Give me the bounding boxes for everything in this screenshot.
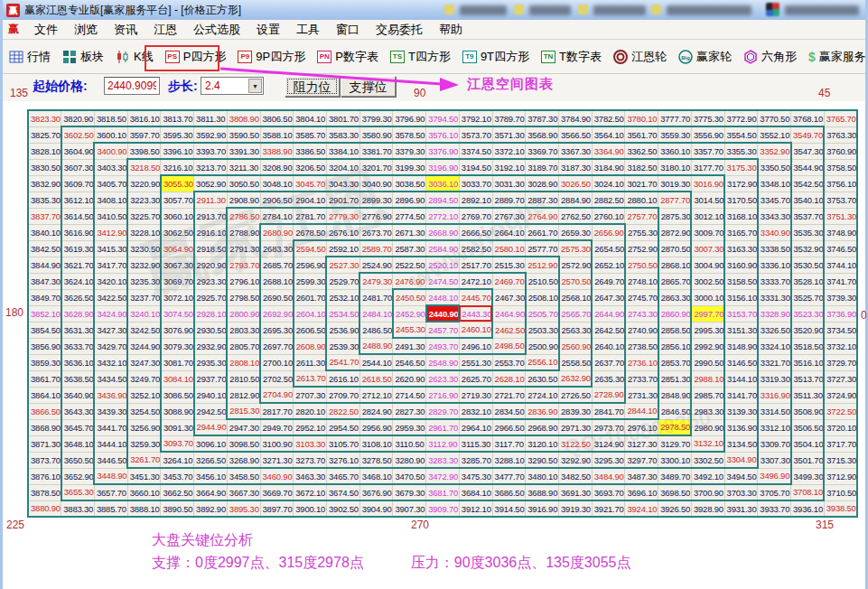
grid-cell[interactable]: 3136.90 xyxy=(724,419,758,435)
grid-cell[interactable]: 2685.70 xyxy=(260,257,294,273)
grid-cell[interactable]: 2803.30 xyxy=(227,322,260,338)
grid-cell[interactable]: 3014.50 xyxy=(691,192,724,208)
grid-cell[interactable]: 2661.70 xyxy=(526,224,559,240)
grid-cell[interactable]: 2988.10 xyxy=(691,370,724,387)
grid-cell[interactable]: 3710.50 xyxy=(824,484,857,500)
grid-cell[interactable]: 2810.50 xyxy=(227,370,260,387)
grid-cell[interactable]: 2796.10 xyxy=(227,273,260,289)
grid-cell[interactable]: 2827.30 xyxy=(393,403,426,419)
grid-cell[interactable]: 3259.30 xyxy=(127,435,161,452)
grid-cell[interactable]: 3043.30 xyxy=(326,175,359,192)
grid-cell[interactable]: 2992.90 xyxy=(691,338,724,354)
grid-cell[interactable]: 3602.50 xyxy=(61,126,95,143)
grid-cell[interactable]: 3372.10 xyxy=(492,143,526,159)
grid-cell[interactable]: 2990.50 xyxy=(691,354,724,370)
grid-cell[interactable]: 3568.90 xyxy=(526,126,559,143)
grid-cell[interactable]: 3081.70 xyxy=(161,354,194,370)
grid-cell[interactable]: 3261.70 xyxy=(127,452,161,468)
menu-item-3[interactable]: 资讯 xyxy=(106,21,145,38)
grid-cell[interactable]: 2692.90 xyxy=(260,305,294,322)
grid-cell[interactable]: 3172.90 xyxy=(724,175,758,192)
menu-item-1[interactable]: 文件 xyxy=(26,21,66,38)
grid-cell[interactable]: 3381.70 xyxy=(359,143,393,159)
grid-cell[interactable]: 3907.30 xyxy=(393,500,426,517)
grid-cell[interactable]: 3542.50 xyxy=(791,175,825,192)
grid-cell[interactable]: 3213.70 xyxy=(194,159,228,175)
grid-cell[interactable]: 3578.50 xyxy=(393,126,426,143)
grid-cell[interactable]: 2512.90 xyxy=(526,257,559,273)
tool-P数字表[interactable]: PNP数字表 xyxy=(317,49,378,65)
grid-cell[interactable]: 3434.50 xyxy=(94,370,127,387)
grid-cell[interactable]: 3098.50 xyxy=(227,435,260,452)
grid-cell[interactable]: 3909.70 xyxy=(426,500,460,517)
grid-cell[interactable]: 2560.90 xyxy=(559,338,593,354)
grid-cell[interactable]: 3031.30 xyxy=(492,175,526,192)
grid-cell[interactable]: 2671.30 xyxy=(393,224,426,240)
grid-cell[interactable]: 3357.70 xyxy=(691,143,724,159)
grid-cell[interactable]: 3734.50 xyxy=(824,322,857,338)
grid-cell[interactable]: 3787.30 xyxy=(526,110,559,126)
grid-cell[interactable]: 2440.90 xyxy=(426,305,460,322)
grid-cell[interactable]: 2815.30 xyxy=(227,403,260,419)
grid-cell[interactable]: 3727.30 xyxy=(824,370,857,387)
grid-cell[interactable]: 3096.10 xyxy=(194,435,228,452)
grid-cell[interactable]: 3456.10 xyxy=(194,468,228,484)
grid-cell[interactable]: 3655.30 xyxy=(61,484,95,500)
grid-cell[interactable]: 2707.30 xyxy=(294,387,327,403)
grid-cell[interactable]: 3816.10 xyxy=(127,110,161,126)
support-button[interactable]: 支撑位 xyxy=(341,76,396,97)
grid-cell[interactable]: 3780.10 xyxy=(625,110,658,126)
grid-cell[interactable]: 3537.70 xyxy=(791,208,825,224)
grid-cell[interactable]: 3187.30 xyxy=(559,159,593,175)
grid-cell[interactable]: 2920.90 xyxy=(194,257,228,273)
grid-cell[interactable]: 3477.70 xyxy=(492,468,526,484)
grid-cell[interactable]: 3403.30 xyxy=(94,159,127,175)
grid-cell[interactable]: 2892.10 xyxy=(459,192,492,208)
grid-cell[interactable]: 3448.90 xyxy=(94,468,127,484)
grid-cell[interactable]: 2954.50 xyxy=(326,419,359,435)
grid-cell[interactable]: 3088.90 xyxy=(161,403,194,419)
grid-cell[interactable]: 3110.50 xyxy=(393,435,426,452)
grid-cell[interactable]: 3938.50 xyxy=(824,500,857,517)
grid-cell[interactable]: 3446.50 xyxy=(94,452,127,468)
grid-cell[interactable]: 3460.90 xyxy=(260,468,294,484)
grid-cell[interactable]: 3314.50 xyxy=(758,403,791,419)
grid-cell[interactable]: 2743.30 xyxy=(625,305,658,322)
grid-cell[interactable]: 3912.10 xyxy=(459,500,492,517)
grid-cell[interactable]: 2572.90 xyxy=(559,257,593,273)
grid-cell[interactable]: 3765.70 xyxy=(824,110,857,126)
grid-cell[interactable]: 3876.10 xyxy=(28,468,61,484)
grid-cell[interactable]: 2935.30 xyxy=(194,354,228,370)
grid-cell[interactable]: 2462.50 xyxy=(492,322,526,338)
grid-cell[interactable]: 2656.90 xyxy=(592,224,625,240)
grid-cell[interactable]: 3631.30 xyxy=(61,322,95,338)
grid-cell[interactable]: 3775.30 xyxy=(691,110,724,126)
grid-cell[interactable]: 2481.70 xyxy=(359,289,393,305)
grid-cell[interactable]: 3511.30 xyxy=(791,387,825,403)
grid-cell[interactable]: 3021.70 xyxy=(625,175,658,192)
grid-cell[interactable]: 3487.30 xyxy=(625,468,658,484)
grid-cell[interactable]: 3516.10 xyxy=(791,354,825,370)
grid-cell[interactable]: 2556.10 xyxy=(526,354,559,370)
grid-cell[interactable]: 3640.90 xyxy=(61,387,95,403)
grid-cell[interactable]: 3904.90 xyxy=(359,500,393,517)
grid-cell[interactable]: 3895.30 xyxy=(227,500,260,517)
grid-cell[interactable]: 3345.70 xyxy=(758,192,791,208)
grid-cell[interactable]: 3264.10 xyxy=(161,452,194,468)
grid-cell[interactable]: 2779.30 xyxy=(326,208,359,224)
grid-cell[interactable]: 3230.50 xyxy=(127,240,161,257)
grid-cell[interactable]: 3897.70 xyxy=(260,500,294,517)
grid-cell[interactable]: 3050.50 xyxy=(227,175,260,192)
grid-cell[interactable]: 3744.10 xyxy=(824,257,857,273)
grid-cell[interactable]: 2577.70 xyxy=(526,240,559,257)
tool-赢家服务[interactable]: $赢家服务 xyxy=(808,49,866,65)
grid-cell[interactable]: 3105.70 xyxy=(326,435,359,452)
grid-cell[interactable]: 2728.90 xyxy=(592,387,625,403)
grid-cell[interactable]: 3595.30 xyxy=(161,126,194,143)
grid-cell[interactable]: 3463.30 xyxy=(294,468,327,484)
grid-cell[interactable]: 3852.10 xyxy=(28,305,61,322)
grid-cell[interactable]: 3004.90 xyxy=(691,257,724,273)
grid-cell[interactable]: 2647.30 xyxy=(592,289,625,305)
grid-cell[interactable]: 2594.50 xyxy=(294,240,327,257)
grid-cell[interactable]: 2515.30 xyxy=(492,257,526,273)
